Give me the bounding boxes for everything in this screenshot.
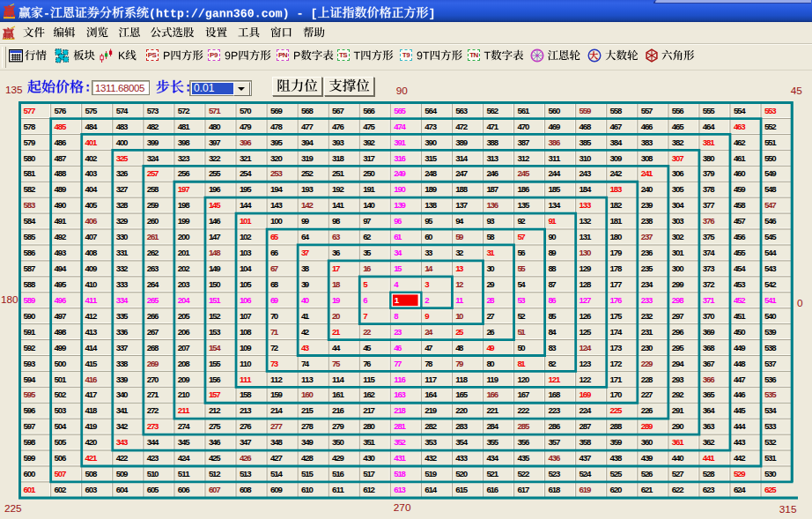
svg-text:64: 64 <box>301 232 310 241</box>
svg-text:371: 371 <box>703 295 715 305</box>
svg-text:221: 221 <box>486 405 498 415</box>
svg-text:317: 317 <box>363 153 375 163</box>
svg-text:66: 66 <box>270 248 279 257</box>
svg-text:530: 530 <box>764 469 777 478</box>
svg-text:346: 346 <box>209 437 221 447</box>
svg-text:444: 444 <box>734 421 746 431</box>
svg-text:315: 315 <box>779 503 797 515</box>
svg-text:13: 13 <box>455 263 464 273</box>
svg-text:593: 593 <box>24 359 36 368</box>
svg-text:608: 608 <box>240 485 252 494</box>
svg-text:469: 469 <box>549 122 561 131</box>
svg-text:102: 102 <box>240 232 252 241</box>
svg-text:316: 316 <box>394 153 406 163</box>
svg-text:251: 251 <box>332 168 344 178</box>
svg-text:261: 261 <box>147 232 159 241</box>
svg-text:493: 493 <box>55 248 67 257</box>
svg-text:274: 274 <box>178 421 190 431</box>
svg-text:200: 200 <box>178 232 190 241</box>
svg-text:499: 499 <box>55 343 67 352</box>
svg-text:372: 372 <box>703 279 715 289</box>
svg-text:30: 30 <box>486 263 494 273</box>
svg-text:26: 26 <box>486 327 495 337</box>
svg-text:462: 462 <box>734 137 746 147</box>
svg-text:595: 595 <box>24 389 36 399</box>
svg-text:314: 314 <box>455 153 468 163</box>
svg-text:333: 333 <box>116 279 129 289</box>
svg-text:328: 328 <box>116 200 129 210</box>
svg-text:556: 556 <box>672 106 684 115</box>
svg-text:15: 15 <box>394 263 402 273</box>
svg-text:342: 342 <box>116 421 129 431</box>
svg-text:62: 62 <box>363 232 371 241</box>
svg-text:143: 143 <box>270 200 283 210</box>
svg-text:513: 513 <box>240 469 252 478</box>
svg-text:282: 282 <box>424 421 437 431</box>
svg-text:399: 399 <box>147 137 159 147</box>
svg-text:277: 277 <box>270 421 283 431</box>
svg-text:178: 178 <box>610 263 623 273</box>
svg-text:236: 236 <box>641 248 653 257</box>
svg-text:194: 194 <box>270 184 283 194</box>
svg-text:174: 174 <box>610 327 623 337</box>
svg-text:269: 269 <box>147 359 159 368</box>
svg-text:516: 516 <box>332 469 344 478</box>
svg-text:214: 214 <box>270 405 283 415</box>
svg-text:79: 79 <box>455 359 464 368</box>
svg-text:166: 166 <box>486 389 498 399</box>
svg-text:115: 115 <box>363 374 375 384</box>
svg-text:592: 592 <box>24 343 36 352</box>
svg-text:270: 270 <box>394 501 411 514</box>
svg-text:389: 389 <box>455 137 468 147</box>
svg-text:491: 491 <box>55 216 67 226</box>
svg-text:27: 27 <box>486 311 494 321</box>
svg-text:331: 331 <box>116 248 129 257</box>
svg-text:393: 393 <box>332 137 344 147</box>
svg-text:514: 514 <box>270 469 283 478</box>
svg-text:590: 590 <box>24 311 36 321</box>
svg-text:298: 298 <box>672 295 684 305</box>
svg-text:17: 17 <box>332 263 340 273</box>
svg-text:355: 355 <box>486 437 498 447</box>
svg-text:526: 526 <box>641 469 653 478</box>
svg-text:230: 230 <box>641 343 653 352</box>
svg-text:379: 379 <box>703 168 715 178</box>
svg-text:603: 603 <box>85 485 98 494</box>
svg-text:586: 586 <box>24 248 36 257</box>
svg-text:449: 449 <box>734 343 746 352</box>
svg-text:310: 310 <box>579 153 592 163</box>
svg-text:456: 456 <box>734 232 746 241</box>
svg-text:21: 21 <box>332 327 341 337</box>
svg-text:234: 234 <box>641 279 653 289</box>
svg-text:291: 291 <box>672 405 684 415</box>
svg-text:340: 340 <box>116 389 129 399</box>
svg-text:476: 476 <box>332 122 344 131</box>
svg-text:325: 325 <box>116 153 129 163</box>
svg-text:394: 394 <box>301 137 314 147</box>
svg-text:196: 196 <box>209 184 221 194</box>
svg-text:570: 570 <box>240 106 252 115</box>
svg-text:181: 181 <box>610 216 623 226</box>
svg-text:60: 60 <box>424 232 432 241</box>
svg-text:254: 254 <box>240 168 252 178</box>
svg-text:259: 259 <box>147 200 159 210</box>
svg-text:91: 91 <box>549 216 557 226</box>
svg-text:297: 297 <box>672 311 684 321</box>
svg-text:184: 184 <box>579 184 592 194</box>
svg-text:146: 146 <box>209 216 221 226</box>
svg-text:135: 135 <box>518 200 530 210</box>
svg-text:69: 69 <box>270 295 279 305</box>
svg-text:293: 293 <box>672 374 684 384</box>
svg-text:185: 185 <box>549 184 561 194</box>
svg-text:77: 77 <box>394 359 402 368</box>
svg-text:439: 439 <box>641 453 653 463</box>
svg-text:72: 72 <box>270 343 278 352</box>
svg-text:65: 65 <box>270 232 279 241</box>
svg-text:137: 137 <box>455 200 468 210</box>
svg-text:225: 225 <box>610 405 623 415</box>
svg-text:204: 204 <box>178 295 190 305</box>
svg-text:253: 253 <box>270 168 283 178</box>
svg-text:345: 345 <box>178 437 190 447</box>
svg-text:103: 103 <box>240 248 252 257</box>
svg-text:463: 463 <box>734 122 746 131</box>
